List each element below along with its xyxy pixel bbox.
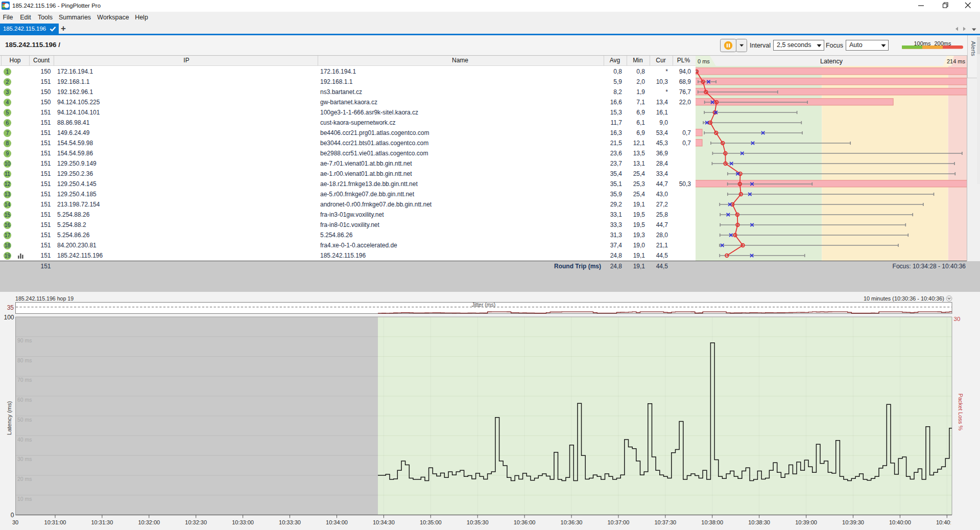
svg-text:10:34:00: 10:34:00 — [326, 519, 348, 525]
svg-text:70 ms: 70 ms — [17, 377, 32, 383]
svg-text:35: 35 — [7, 304, 14, 311]
svg-text:100: 100 — [4, 314, 14, 321]
svg-text:0: 0 — [11, 512, 14, 519]
svg-text:30 ms: 30 ms — [17, 456, 32, 462]
svg-text:10:31:30: 10:31:30 — [91, 519, 113, 525]
svg-text:10:36:00: 10:36:00 — [514, 519, 536, 525]
svg-text:10:31:00: 10:31:00 — [44, 519, 66, 525]
svg-text:50 ms: 50 ms — [17, 417, 32, 423]
svg-text:Latency (ms): Latency (ms) — [6, 401, 12, 435]
svg-text:10:37:30: 10:37:30 — [654, 519, 676, 525]
svg-text:Jitter (ms): Jitter (ms) — [472, 302, 496, 308]
svg-text:10:34:30: 10:34:30 — [373, 519, 395, 525]
svg-text:10 minutes (10:30:36 - 10:40:3: 10 minutes (10:30:36 - 10:40:36) — [864, 295, 944, 302]
svg-text:30: 30 — [12, 519, 18, 525]
svg-text:10:33:30: 10:33:30 — [279, 519, 301, 525]
svg-text:Packet Loss %: Packet Loss % — [958, 394, 964, 431]
svg-text:10:39:00: 10:39:00 — [795, 519, 817, 525]
svg-text:0 ms: 0 ms — [698, 58, 710, 64]
svg-text:40 ms: 40 ms — [17, 436, 32, 443]
svg-text:Latency: Latency — [820, 58, 843, 65]
svg-text:10:35:30: 10:35:30 — [467, 519, 489, 525]
svg-text:30: 30 — [954, 316, 961, 322]
svg-text:10 ms: 10 ms — [17, 496, 32, 502]
svg-text:10:33:00: 10:33:00 — [232, 519, 254, 525]
svg-text:214 ms: 214 ms — [947, 58, 966, 64]
svg-text:60 ms: 60 ms — [17, 397, 32, 403]
svg-text:10:39:30: 10:39:30 — [842, 519, 864, 525]
svg-text:10:36:30: 10:36:30 — [561, 519, 583, 525]
svg-text:10:38:00: 10:38:00 — [701, 519, 723, 525]
svg-text:10:35:00: 10:35:00 — [420, 519, 442, 525]
svg-text:80 ms: 80 ms — [17, 357, 32, 363]
svg-text:10:32:00: 10:32:00 — [138, 519, 160, 525]
svg-text:10:37:00: 10:37:00 — [607, 519, 629, 525]
svg-text:10:40:00: 10:40:00 — [889, 519, 911, 525]
svg-text:10:38:30: 10:38:30 — [748, 519, 770, 525]
svg-text:10:32:30: 10:32:30 — [185, 519, 207, 525]
svg-text:90 ms: 90 ms — [17, 337, 32, 343]
svg-text:20 ms: 20 ms — [17, 476, 32, 482]
svg-text:185.242.115.196 hop 19: 185.242.115.196 hop 19 — [15, 295, 74, 302]
